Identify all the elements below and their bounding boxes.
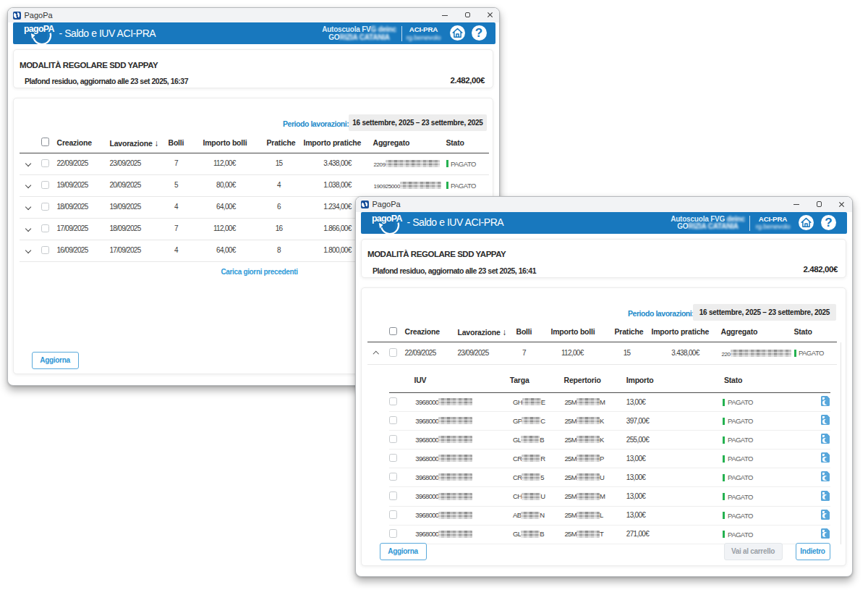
svg-text:pagoPA: pagoPA (372, 214, 402, 224)
svg-text:pagoPA: pagoPA (24, 24, 54, 34)
